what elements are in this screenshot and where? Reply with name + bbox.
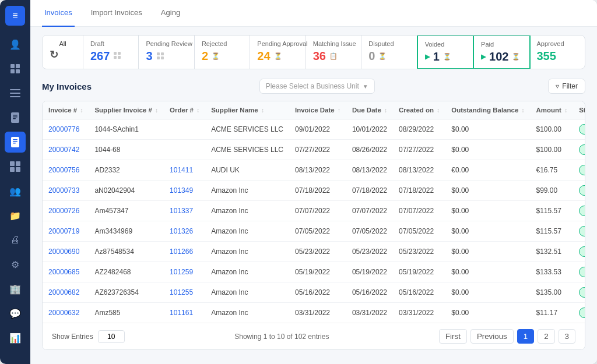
entries-input[interactable] xyxy=(98,330,125,343)
cell-invoice-date-5: 07/05/2022 xyxy=(289,221,346,242)
cell-order-5[interactable]: 101326 xyxy=(164,221,205,242)
people-icon[interactable]: 👤 xyxy=(5,34,26,55)
col-order[interactable]: Order # ↕ xyxy=(164,101,205,119)
status-card-pending-approval[interactable]: Pending Approval 24 ⏳ xyxy=(250,36,305,69)
status-card-pending-review[interactable]: Pending Review 3 xyxy=(139,36,194,69)
cell-supplier-inv-4: Am457347 xyxy=(89,201,164,221)
folder-icon[interactable]: 📁 xyxy=(5,205,26,226)
cell-amount-0: $100.00 xyxy=(530,119,573,140)
cell-status-5: Paid xyxy=(573,221,585,242)
cell-invoice-2[interactable]: 20000756 xyxy=(43,160,89,181)
status-card-approved[interactable]: Approved 355 xyxy=(530,36,585,69)
tab-invoices[interactable]: Invoices xyxy=(42,0,75,27)
voided-count: 1 xyxy=(433,50,440,63)
page-2-button[interactable]: 2 xyxy=(538,329,554,344)
business-unit-label: Please Select a Business Unit xyxy=(266,82,359,90)
app-logo[interactable]: ≡ xyxy=(5,6,25,26)
col-supplier-name[interactable]: Supplier Name ↕ xyxy=(205,101,289,119)
team-icon[interactable]: 🏢 xyxy=(5,278,26,299)
page-1-button[interactable]: 1 xyxy=(517,329,534,344)
col-amount[interactable]: Amount ↕ xyxy=(530,101,573,119)
show-entries-label: Show Entries xyxy=(52,333,93,341)
cell-invoice-5[interactable]: 20000719 xyxy=(43,221,89,242)
cell-order-1[interactable] xyxy=(164,140,205,160)
status-card-matching-issue[interactable]: Matching Issue 36 📋 xyxy=(306,36,361,69)
cell-invoice-4[interactable]: 20000726 xyxy=(43,201,89,221)
business-unit-dropdown[interactable]: Please Select a Business Unit ▼ xyxy=(259,79,375,94)
cell-due-date-6: 05/23/2022 xyxy=(346,242,393,262)
cell-invoice-8[interactable]: 20000682 xyxy=(43,282,89,303)
print-icon[interactable]: 🖨 xyxy=(5,229,26,250)
col-balance[interactable]: Outstanding Balance ↕ xyxy=(445,101,530,119)
col-supplier-inv[interactable]: Supplier Invoice # ↕ xyxy=(89,101,164,119)
cell-created-on-1: 07/27/2022 xyxy=(393,140,445,160)
col-invoice-date[interactable]: Invoice Date ↑ xyxy=(289,101,346,119)
svg-rect-26 xyxy=(161,56,164,59)
cell-order-3[interactable]: 101349 xyxy=(164,181,205,201)
tab-aging[interactable]: Aging xyxy=(159,0,182,27)
prev-page-button[interactable]: Previous xyxy=(470,329,514,344)
cell-invoice-date-4: 07/07/2022 xyxy=(289,201,346,221)
invoice-active-icon[interactable] xyxy=(5,132,26,153)
cell-order-9[interactable]: 101161 xyxy=(164,303,205,323)
cell-invoice-0[interactable]: 20000776 xyxy=(43,119,89,140)
table-header-row: Invoice # ↕ Supplier Invoice # ↕ Order #… xyxy=(43,101,585,119)
svg-rect-4 xyxy=(10,89,20,90)
cell-invoice-date-0: 09/01/2022 xyxy=(289,119,346,140)
cell-balance-7: $0.00 xyxy=(445,262,530,282)
status-card-paid[interactable]: Paid ▶ 102 ⏳ xyxy=(473,35,530,69)
page-3-button[interactable]: 3 xyxy=(559,329,575,344)
status-card-voided[interactable]: Voided ▶ 1 ⏳ xyxy=(417,35,474,69)
status-cards-bar: All ↻ Draft 267 P xyxy=(42,35,585,69)
sort-amount-icon: ↕ xyxy=(564,107,567,114)
dashboard-icon[interactable] xyxy=(5,58,26,79)
col-status[interactable]: Status ↕ xyxy=(573,101,585,119)
svg-rect-22 xyxy=(118,56,121,59)
settings-icon[interactable]: ⚙ xyxy=(5,254,26,275)
cell-order-4[interactable]: 101337 xyxy=(164,201,205,221)
col-invoice[interactable]: Invoice # ↕ xyxy=(43,101,89,119)
cell-order-7[interactable]: 101259 xyxy=(164,262,205,282)
status-card-draft[interactable]: Draft 267 xyxy=(83,36,139,69)
cell-invoice-9[interactable]: 20000632 xyxy=(43,303,89,323)
cell-order-2[interactable]: 101411 xyxy=(164,160,205,181)
cell-due-date-3: 07/18/2022 xyxy=(346,181,393,201)
cell-order-0[interactable] xyxy=(164,119,205,140)
tab-import-invoices[interactable]: Import Invoices xyxy=(89,0,145,27)
sidebar: ≡ 👤 👥 📁 🖨 ⚙ 🏢 💬 📊 xyxy=(0,0,30,364)
chat-icon[interactable]: 💬 xyxy=(5,303,26,324)
cell-invoice-1[interactable]: 20000742 xyxy=(43,140,89,160)
cell-invoice-6[interactable]: 20000690 xyxy=(43,242,89,262)
svg-rect-3 xyxy=(16,69,20,73)
status-badge: Paid xyxy=(579,144,585,155)
svg-rect-17 xyxy=(10,167,15,172)
matching-count: 36 xyxy=(313,50,326,63)
first-page-button[interactable]: First xyxy=(439,329,467,344)
status-card-all[interactable]: All ↻ xyxy=(43,36,83,69)
users-icon[interactable]: 👥 xyxy=(5,181,26,202)
cell-order-8[interactable]: 101255 xyxy=(164,282,205,303)
document-icon[interactable] xyxy=(5,107,26,128)
cell-invoice-7[interactable]: 20000685 xyxy=(43,262,89,282)
cell-amount-1: $100.00 xyxy=(530,140,573,160)
col-created-on[interactable]: Created on ↕ xyxy=(393,101,445,119)
disputed-icon: ⏳ xyxy=(378,52,387,60)
cell-order-6[interactable]: 101266 xyxy=(164,242,205,262)
status-card-rejected[interactable]: Rejected 2 ⏳ xyxy=(195,36,250,69)
filter-button[interactable]: ▿ Filter xyxy=(548,79,585,94)
cell-amount-7: $133.53 xyxy=(530,262,573,282)
paid-count: 102 xyxy=(489,50,508,63)
pending-approval-count: 24 xyxy=(257,50,270,63)
grid-icon[interactable] xyxy=(5,156,26,177)
status-card-disputed[interactable]: Disputed 0 ⏳ xyxy=(361,36,417,69)
section-controls: Please Select a Business Unit ▼ xyxy=(259,79,381,94)
section-header: My Invoices Please Select a Business Uni… xyxy=(42,79,585,94)
col-due-date[interactable]: Due Date ↕ xyxy=(346,101,393,119)
list-icon[interactable] xyxy=(5,83,26,104)
status-badge: Paid xyxy=(579,124,585,135)
refresh-icon[interactable]: ↻ xyxy=(50,48,58,61)
reports-icon[interactable]: 📊 xyxy=(5,327,26,348)
cell-invoice-3[interactable]: 20000733 xyxy=(43,181,89,201)
cell-due-date-5: 07/05/2022 xyxy=(346,221,393,242)
cell-balance-2: €0.00 xyxy=(445,160,530,181)
